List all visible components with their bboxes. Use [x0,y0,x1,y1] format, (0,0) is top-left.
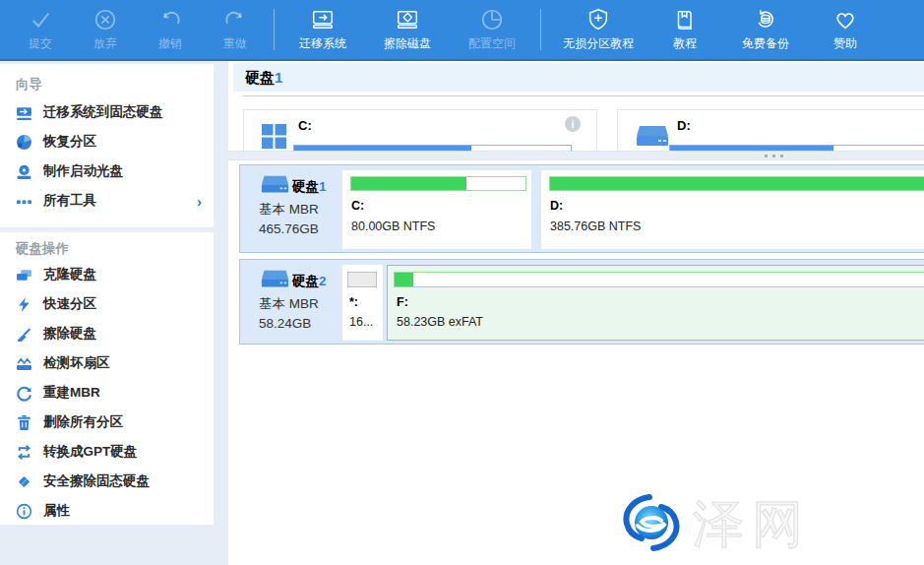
partition-tutorial-button[interactable]: 无损分区教程 [547,0,649,59]
sidebar-item-all-tools[interactable]: 所有工具 › [0,186,214,216]
splitter-grip-icon [765,155,783,157]
partition-usage-fill [395,273,413,286]
disk2-type: 基本 MBR [259,295,319,313]
undo-icon [157,7,183,32]
heart-icon [832,7,858,32]
book-icon [672,7,698,32]
backup-database-icon [753,7,778,32]
sidebar-item-label: 迁移系统到固态硬盘 [43,103,202,121]
sidebar-item-rebuild-mbr[interactable]: 重建MBR [0,378,214,408]
disk1-size: 465.76GB [259,221,319,236]
sidebar-item-bad-sector-test[interactable]: 检测坏扇区 [0,348,214,378]
overview-drive-label: C: [298,118,312,133]
partition-tutorial-label: 无损分区教程 [563,35,634,52]
header-divider [243,95,924,96]
disk-drive-icon [636,124,669,151]
sidebar-item-label: 快速分区 [43,295,202,313]
disk1-name: 硬盘1 [292,178,327,196]
undo-button[interactable]: 撤销 [138,0,203,59]
partition-overview-strip: C: i D: [228,109,924,151]
toolbar: 提交 放弃 撤销 重做 迁移系统 擦除磁盘 配置空间 无损 [0,0,924,61]
wipe-disk-button[interactable]: 擦除磁盘 [365,0,450,59]
partition-drive-label: C: [351,199,364,213]
undo-label: 撤销 [158,35,182,52]
sidebar-item-delete-all-partitions[interactable]: 删除所有分区 [0,408,214,437]
watermark-swirl-logo [618,491,685,558]
partition-f-selected[interactable]: F: 58.23GB exFAT [387,265,924,341]
sidebar-item-clone-disk[interactable]: 克隆硬盘 [0,260,214,289]
panel-splitter[interactable] [228,151,924,160]
sidebar-wizard-section: 向导 迁移系统到固态硬盘 恢复分区 制作启动光盘 所有工具 › [0,64,214,227]
redo-button[interactable]: 重做 [203,0,268,59]
partition-drive-label: F: [397,295,408,309]
wizard-section-title: 向导 [0,64,214,97]
donate-label: 赞助 [833,35,857,52]
sidebar-item-label: 克隆硬盘 [43,266,202,283]
wipe-disk-icon [394,7,421,32]
redo-label: 重做 [223,35,247,52]
donate-button[interactable]: 赞助 [811,0,880,59]
disk-row-1: 硬盘1 基本 MBR 465.76GB C: 80.00GB NTFS D: 3… [239,164,924,253]
partition-drive-label: D: [550,199,563,213]
partition-d[interactable]: D: 385.76GB NTFS [541,170,924,249]
disk2-info[interactable]: 硬盘2 基本 MBR 58.24GB [240,260,342,344]
sidebar-disk-operations-section: 硬盘操作 克隆硬盘 快速分区 擦除硬盘 检测坏扇区 重建MBR [0,232,214,525]
wipe-disk-label: 擦除磁盘 [384,35,431,52]
watermark-text: 泽网 [693,490,811,559]
sidebar-item-properties[interactable]: 属性 [0,496,214,526]
info-icon[interactable]: i [565,116,581,132]
disk1-info[interactable]: 硬盘1 基本 MBR 465.76GB [240,165,342,252]
migrate-system-button[interactable]: 迁移系统 [280,0,365,59]
toolbar-divider [274,9,275,50]
tab-disk1[interactable]: 硬盘1 [233,63,924,92]
partition-detail: 385.76GB NTFS [550,220,641,233]
bad-sector-icon [16,355,32,372]
sidebar-item-label: 重建MBR [43,384,202,402]
sidebar-item-label: 制作启动光盘 [43,162,202,180]
overview-card-d[interactable]: D: [617,109,924,151]
sidebar-item-wipe-disk[interactable]: 擦除硬盘 [0,319,214,348]
sidebar-item-recover-partition[interactable]: 恢复分区 [0,127,214,157]
migrate-system-label: 迁移系统 [299,35,346,52]
eraser-icon [16,473,32,490]
watermark: 泽网 [618,490,811,559]
all-tools-icon [16,193,32,210]
free-backup-button[interactable]: 免费备份 [720,0,811,59]
redo-icon [222,7,248,32]
check-icon [28,7,53,32]
main-panel: 硬盘1 C: i D: 硬盘1 基本 MBR [228,61,924,565]
partition-manager-window: 提交 放弃 撤销 重做 迁移系统 擦除磁盘 配置空间 无损 [0,0,924,565]
submit-button[interactable]: 提交 [8,0,73,59]
partition-gray-bar [347,272,377,287]
allocate-space-button[interactable]: 配置空间 [450,0,534,59]
boot-disc-icon [16,163,32,180]
sidebar-item-quick-partition[interactable]: 快速分区 [0,289,214,319]
overview-card-c[interactable]: C: i [243,109,597,151]
quick-partition-icon [16,296,32,313]
sidebar-item-label: 转换成GPT硬盘 [43,443,202,461]
sidebar-item-convert-gpt[interactable]: 转换成GPT硬盘 [0,437,214,467]
partition-unnamed[interactable]: *: 16... [342,265,383,341]
discard-button[interactable]: 放弃 [73,0,138,59]
trash-icon [16,414,32,431]
sidebar-item-boot-disc[interactable]: 制作启动光盘 [0,157,214,186]
partition-usage-bar [549,176,924,191]
sidebar-item-label: 删除所有分区 [43,413,202,431]
disk-icon [261,174,289,196]
disk1-type: 基本 MBR [259,201,319,219]
tutorial-button[interactable]: 教程 [649,0,720,59]
partition-detail: 80.00GB NTFS [351,220,435,233]
sidebar-item-label: 擦除硬盘 [43,325,202,343]
sidebar-item-label: 恢复分区 [43,133,202,151]
sidebar-item-label: 安全擦除固态硬盘 [43,472,202,490]
submit-label: 提交 [29,35,52,52]
convert-arrows-icon [16,444,32,461]
wipe-disk-brush-icon [16,326,32,343]
migrate-ssd-icon [16,104,32,121]
migrate-system-icon [309,7,337,32]
partition-c[interactable]: C: 80.00GB NTFS [342,170,531,249]
sidebar-item-migrate-to-ssd[interactable]: 迁移系统到固态硬盘 [0,97,214,127]
sidebar-item-secure-erase-ssd[interactable]: 安全擦除固态硬盘 [0,467,214,496]
rebuild-mbr-icon [16,385,32,402]
disk-icon [261,269,289,290]
